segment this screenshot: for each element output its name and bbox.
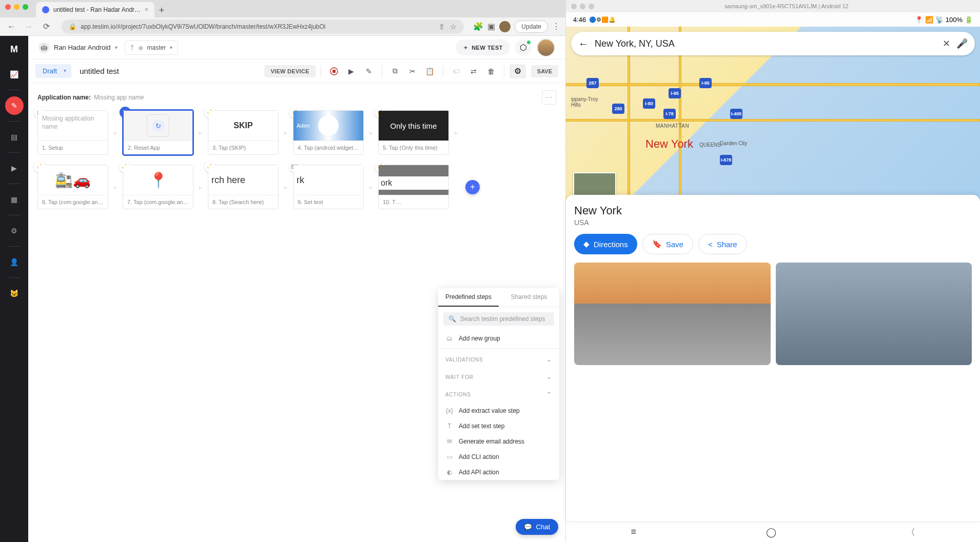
map-label-ny: New York [645, 137, 693, 151]
place-photo-2[interactable] [776, 263, 972, 365]
tab-predefined[interactable]: Predefined steps [438, 288, 499, 307]
logo-icon[interactable]: M [10, 44, 18, 55]
step-label: 4. Tap (android.widget.I… [293, 140, 363, 154]
section-validations[interactable]: Validations⌄ [438, 351, 559, 368]
menu-icon[interactable]: ⋮ [552, 22, 560, 31]
action-set-text[interactable]: TAdd set text step [438, 418, 559, 434]
action-gen-email[interactable]: ✉Generate email address [438, 434, 559, 449]
step-card-set-text[interactable]: ⌨ rk 9. Set text [293, 165, 364, 209]
save-place-button[interactable]: 🔖 Save [642, 234, 693, 254]
browser-tab[interactable]: untitled test - Ran Hadar Andr… × [36, 2, 154, 17]
agent-button[interactable]: ⬡ [515, 39, 532, 56]
bookmark-icon[interactable]: ☆ [450, 23, 457, 31]
section-waitfor[interactable]: Wait for⌄ [438, 368, 559, 386]
api-icon: ◐ [445, 469, 454, 476]
url-field[interactable]: 🔒 app.testim.io/#/project/7uxbOlykQV9i7S… [62, 19, 464, 34]
window-minimize[interactable] [14, 4, 19, 10]
sidepanel-icon[interactable]: ▣ [487, 22, 495, 31]
clear-icon[interactable]: ✕ [943, 38, 950, 49]
nav-dashboard-icon[interactable]: 📈 [5, 65, 24, 84]
back-button[interactable]: 〈 [906, 526, 915, 538]
nav-grid-icon[interactable]: ▦ [5, 190, 24, 209]
update-button[interactable]: Update [515, 21, 548, 33]
profile-avatar[interactable] [499, 21, 511, 32]
place-sheet[interactable]: New York USA ◆ Directions 🔖 Save < Share [566, 195, 980, 521]
place-photo-1[interactable] [574, 263, 771, 365]
step-arrow: ▹ [282, 129, 290, 136]
add-step-button[interactable]: ＋ [465, 180, 480, 194]
favicon-icon [42, 6, 49, 13]
tag-button[interactable]: 🏷 [448, 64, 464, 79]
install-icon[interactable]: ⇧ [439, 23, 445, 31]
step-card-setup[interactable]: ▦ Missing application name 1. Setup [37, 110, 108, 155]
view-device-button[interactable]: VIEW DEVICE [264, 65, 315, 77]
nav-settings-icon[interactable]: ⚙ [5, 222, 24, 240]
close-icon[interactable]: × [145, 6, 148, 13]
reload-button[interactable]: ⟳ [40, 22, 52, 31]
forward-button[interactable]: → [23, 22, 35, 31]
app-name-label: Application name: [37, 94, 91, 101]
dev-min[interactable] [580, 4, 585, 9]
section-actions[interactable]: Actions⌃ [438, 386, 559, 403]
directions-button[interactable]: ◆ Directions [574, 234, 637, 254]
user-avatar[interactable] [537, 38, 555, 57]
action-extract-value[interactable]: {x}Add extract value step [438, 403, 559, 418]
signal-icon: 📡 [935, 16, 944, 24]
window-close[interactable] [5, 4, 11, 10]
nav-mask-icon[interactable]: 🐱 [5, 284, 24, 303]
step-card-10[interactable]: ☝ ork 10. T… [378, 165, 449, 209]
chat-button[interactable]: 💬 Chat [516, 519, 558, 535]
browser-tab-strip: untitled test - Ran Hadar Andr… × + [0, 0, 565, 17]
dev-close[interactable] [571, 4, 577, 9]
nav-user-icon[interactable]: 👤 [5, 253, 24, 271]
step-card-tap-only[interactable]: ☝ Only this time 5. Tap (Only this time) [378, 110, 449, 155]
more-button[interactable]: ⋯ [542, 90, 556, 105]
cut-button[interactable]: ✂ [405, 64, 420, 79]
new-test-button[interactable]: ＋ NEW TEST [456, 39, 510, 55]
nav-runs-icon[interactable]: ▶ [5, 159, 24, 177]
step-card-tap-skip[interactable]: ☝ SKIP 3. Tap (SKIP) [208, 110, 279, 155]
status-dropdown[interactable]: Draft [35, 64, 71, 78]
back-button[interactable]: ← [5, 22, 17, 31]
play-button[interactable]: ▶ [344, 64, 359, 79]
branch-selector[interactable]: ᛘ ◉ master ▾ [125, 41, 179, 55]
save-button[interactable]: SAVE [531, 65, 558, 77]
settings-button[interactable]: ⚙ [509, 64, 526, 78]
nav-editor-icon[interactable]: ✎ [5, 96, 24, 115]
delete-button[interactable]: 🗑 [483, 64, 499, 79]
paste-button[interactable]: 📋 [422, 64, 438, 79]
step-card-tap-6[interactable]: ☝ 🚉🚗 6. Tap (com.google.andr… [37, 165, 108, 209]
place-subtitle: USA [574, 218, 972, 227]
action-api[interactable]: ◐Add API action [438, 465, 559, 480]
group-button[interactable]: ⇄ [466, 64, 481, 79]
home-button[interactable]: ◯ [766, 527, 776, 538]
window-zoom[interactable] [23, 4, 28, 10]
group-icon: 🗂 [445, 335, 454, 342]
step-card-reset[interactable]: ↻ ↻ 2. Reset App [123, 110, 193, 155]
back-arrow-icon[interactable]: ← [578, 38, 589, 50]
lock-icon: 🔒 [69, 23, 76, 30]
share-button[interactable]: < Share [698, 234, 747, 254]
maps-search-bar[interactable]: ← New York, NY, USA ✕ 🎤 [571, 32, 975, 55]
extensions-icon[interactable]: 🧩 [473, 22, 483, 31]
step-card-tap-7[interactable]: ☝ 📍 7. Tap (com.google.andr… [123, 165, 193, 209]
add-new-group[interactable]: 🗂 Add new group [438, 331, 559, 346]
new-tab-button[interactable]: + [154, 3, 169, 17]
popover-search[interactable]: 🔍 Search testim predefined steps [443, 312, 554, 326]
edit-button[interactable]: ✎ [361, 64, 377, 79]
nav-docs-icon[interactable]: ▤ [5, 128, 24, 146]
step-card-tap-widget[interactable]: ☝ Aden◎ 4. Tap (android.widget.I… [293, 110, 364, 155]
project-selector[interactable]: 🤖 Ran Hadar Android ▾ [38, 42, 117, 53]
recents-button[interactable]: ≡ [631, 527, 636, 537]
copy-button[interactable]: ⧉ [387, 64, 403, 79]
action-cli[interactable]: ▭Add CLI action [438, 449, 559, 465]
step-card-tap-search[interactable]: ☝ rch here 8. Tap (Search here) [208, 165, 279, 209]
tab-shared[interactable]: Shared steps [499, 288, 559, 307]
record-button[interactable] [326, 64, 342, 79]
test-title[interactable]: untitled test [80, 67, 119, 75]
directions-icon: ◆ [583, 239, 590, 249]
mic-icon[interactable]: 🎤 [956, 38, 968, 49]
streetview-thumb[interactable] [573, 172, 616, 198]
dev-zoom[interactable] [589, 4, 594, 9]
place-title: New York [574, 204, 972, 217]
